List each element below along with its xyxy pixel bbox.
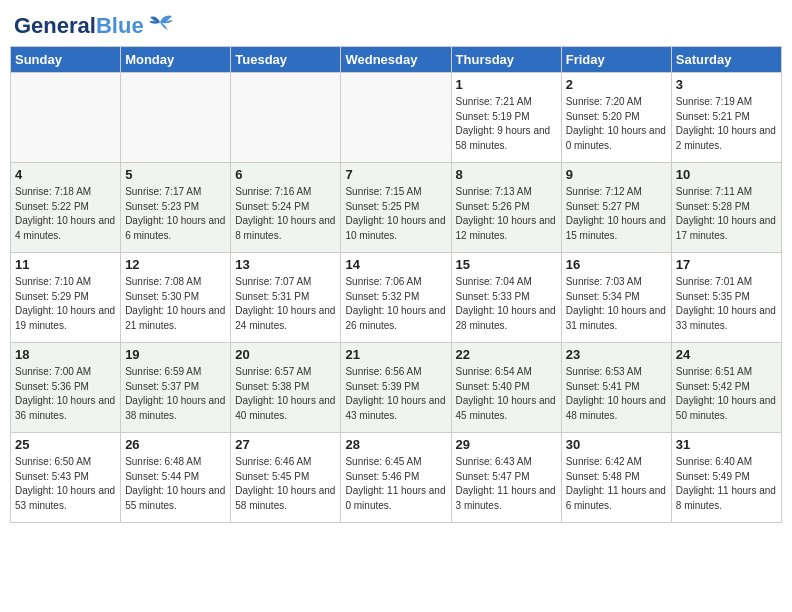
day-number: 23 bbox=[566, 346, 667, 364]
calendar-cell bbox=[11, 73, 121, 163]
weekday-header: Saturday bbox=[671, 47, 781, 73]
day-number: 21 bbox=[345, 346, 446, 364]
weekday-header-row: SundayMondayTuesdayWednesdayThursdayFrid… bbox=[11, 47, 782, 73]
day-info: Sunrise: 7:18 AMSunset: 5:22 PMDaylight:… bbox=[15, 185, 116, 243]
day-info: Sunrise: 6:54 AMSunset: 5:40 PMDaylight:… bbox=[456, 365, 557, 423]
logo: GeneralBlue bbox=[14, 10, 174, 38]
day-number: 18 bbox=[15, 346, 116, 364]
day-info: Sunrise: 6:59 AMSunset: 5:37 PMDaylight:… bbox=[125, 365, 226, 423]
weekday-header: Tuesday bbox=[231, 47, 341, 73]
calendar-cell: 14Sunrise: 7:06 AMSunset: 5:32 PMDayligh… bbox=[341, 253, 451, 343]
day-number: 6 bbox=[235, 166, 336, 184]
day-number: 10 bbox=[676, 166, 777, 184]
day-number: 2 bbox=[566, 76, 667, 94]
calendar-cell: 30Sunrise: 6:42 AMSunset: 5:48 PMDayligh… bbox=[561, 433, 671, 523]
calendar-cell: 27Sunrise: 6:46 AMSunset: 5:45 PMDayligh… bbox=[231, 433, 341, 523]
day-info: Sunrise: 7:06 AMSunset: 5:32 PMDaylight:… bbox=[345, 275, 446, 333]
day-info: Sunrise: 6:45 AMSunset: 5:46 PMDaylight:… bbox=[345, 455, 446, 513]
calendar-cell: 10Sunrise: 7:11 AMSunset: 5:28 PMDayligh… bbox=[671, 163, 781, 253]
day-info: Sunrise: 7:20 AMSunset: 5:20 PMDaylight:… bbox=[566, 95, 667, 153]
calendar-week-row: 11Sunrise: 7:10 AMSunset: 5:29 PMDayligh… bbox=[11, 253, 782, 343]
calendar-cell: 15Sunrise: 7:04 AMSunset: 5:33 PMDayligh… bbox=[451, 253, 561, 343]
day-info: Sunrise: 7:11 AMSunset: 5:28 PMDaylight:… bbox=[676, 185, 777, 243]
calendar-cell: 1Sunrise: 7:21 AMSunset: 5:19 PMDaylight… bbox=[451, 73, 561, 163]
day-info: Sunrise: 7:01 AMSunset: 5:35 PMDaylight:… bbox=[676, 275, 777, 333]
day-info: Sunrise: 6:50 AMSunset: 5:43 PMDaylight:… bbox=[15, 455, 116, 513]
day-number: 20 bbox=[235, 346, 336, 364]
day-info: Sunrise: 6:51 AMSunset: 5:42 PMDaylight:… bbox=[676, 365, 777, 423]
calendar-week-row: 4Sunrise: 7:18 AMSunset: 5:22 PMDaylight… bbox=[11, 163, 782, 253]
day-info: Sunrise: 7:03 AMSunset: 5:34 PMDaylight:… bbox=[566, 275, 667, 333]
calendar-week-row: 25Sunrise: 6:50 AMSunset: 5:43 PMDayligh… bbox=[11, 433, 782, 523]
calendar-cell: 22Sunrise: 6:54 AMSunset: 5:40 PMDayligh… bbox=[451, 343, 561, 433]
day-info: Sunrise: 6:43 AMSunset: 5:47 PMDaylight:… bbox=[456, 455, 557, 513]
day-info: Sunrise: 7:00 AMSunset: 5:36 PMDaylight:… bbox=[15, 365, 116, 423]
day-number: 19 bbox=[125, 346, 226, 364]
calendar-cell: 9Sunrise: 7:12 AMSunset: 5:27 PMDaylight… bbox=[561, 163, 671, 253]
day-info: Sunrise: 7:15 AMSunset: 5:25 PMDaylight:… bbox=[345, 185, 446, 243]
day-info: Sunrise: 6:42 AMSunset: 5:48 PMDaylight:… bbox=[566, 455, 667, 513]
day-number: 13 bbox=[235, 256, 336, 274]
day-number: 28 bbox=[345, 436, 446, 454]
calendar-cell: 7Sunrise: 7:15 AMSunset: 5:25 PMDaylight… bbox=[341, 163, 451, 253]
calendar-cell: 13Sunrise: 7:07 AMSunset: 5:31 PMDayligh… bbox=[231, 253, 341, 343]
calendar-cell: 11Sunrise: 7:10 AMSunset: 5:29 PMDayligh… bbox=[11, 253, 121, 343]
day-number: 3 bbox=[676, 76, 777, 94]
calendar-cell: 28Sunrise: 6:45 AMSunset: 5:46 PMDayligh… bbox=[341, 433, 451, 523]
day-info: Sunrise: 7:16 AMSunset: 5:24 PMDaylight:… bbox=[235, 185, 336, 243]
weekday-header: Thursday bbox=[451, 47, 561, 73]
calendar-cell bbox=[341, 73, 451, 163]
calendar-cell: 2Sunrise: 7:20 AMSunset: 5:20 PMDaylight… bbox=[561, 73, 671, 163]
calendar-cell bbox=[121, 73, 231, 163]
day-number: 1 bbox=[456, 76, 557, 94]
day-info: Sunrise: 7:10 AMSunset: 5:29 PMDaylight:… bbox=[15, 275, 116, 333]
calendar-cell: 3Sunrise: 7:19 AMSunset: 5:21 PMDaylight… bbox=[671, 73, 781, 163]
calendar-cell: 6Sunrise: 7:16 AMSunset: 5:24 PMDaylight… bbox=[231, 163, 341, 253]
day-info: Sunrise: 6:40 AMSunset: 5:49 PMDaylight:… bbox=[676, 455, 777, 513]
day-info: Sunrise: 6:56 AMSunset: 5:39 PMDaylight:… bbox=[345, 365, 446, 423]
day-info: Sunrise: 7:07 AMSunset: 5:31 PMDaylight:… bbox=[235, 275, 336, 333]
day-info: Sunrise: 7:17 AMSunset: 5:23 PMDaylight:… bbox=[125, 185, 226, 243]
day-number: 14 bbox=[345, 256, 446, 274]
day-number: 12 bbox=[125, 256, 226, 274]
day-number: 11 bbox=[15, 256, 116, 274]
day-number: 29 bbox=[456, 436, 557, 454]
day-info: Sunrise: 7:12 AMSunset: 5:27 PMDaylight:… bbox=[566, 185, 667, 243]
day-info: Sunrise: 7:04 AMSunset: 5:33 PMDaylight:… bbox=[456, 275, 557, 333]
day-number: 15 bbox=[456, 256, 557, 274]
day-info: Sunrise: 6:48 AMSunset: 5:44 PMDaylight:… bbox=[125, 455, 226, 513]
day-info: Sunrise: 6:46 AMSunset: 5:45 PMDaylight:… bbox=[235, 455, 336, 513]
weekday-header: Wednesday bbox=[341, 47, 451, 73]
day-number: 27 bbox=[235, 436, 336, 454]
calendar-cell: 23Sunrise: 6:53 AMSunset: 5:41 PMDayligh… bbox=[561, 343, 671, 433]
calendar-cell: 17Sunrise: 7:01 AMSunset: 5:35 PMDayligh… bbox=[671, 253, 781, 343]
calendar-cell: 5Sunrise: 7:17 AMSunset: 5:23 PMDaylight… bbox=[121, 163, 231, 253]
day-info: Sunrise: 7:21 AMSunset: 5:19 PMDaylight:… bbox=[456, 95, 557, 153]
day-info: Sunrise: 6:53 AMSunset: 5:41 PMDaylight:… bbox=[566, 365, 667, 423]
weekday-header: Monday bbox=[121, 47, 231, 73]
day-number: 25 bbox=[15, 436, 116, 454]
calendar-cell: 25Sunrise: 6:50 AMSunset: 5:43 PMDayligh… bbox=[11, 433, 121, 523]
calendar-cell: 26Sunrise: 6:48 AMSunset: 5:44 PMDayligh… bbox=[121, 433, 231, 523]
calendar: SundayMondayTuesdayWednesdayThursdayFrid… bbox=[10, 46, 782, 523]
calendar-cell: 24Sunrise: 6:51 AMSunset: 5:42 PMDayligh… bbox=[671, 343, 781, 433]
day-number: 16 bbox=[566, 256, 667, 274]
bird-icon bbox=[146, 12, 174, 34]
calendar-cell: 20Sunrise: 6:57 AMSunset: 5:38 PMDayligh… bbox=[231, 343, 341, 433]
day-info: Sunrise: 7:08 AMSunset: 5:30 PMDaylight:… bbox=[125, 275, 226, 333]
day-number: 8 bbox=[456, 166, 557, 184]
calendar-cell: 29Sunrise: 6:43 AMSunset: 5:47 PMDayligh… bbox=[451, 433, 561, 523]
day-number: 4 bbox=[15, 166, 116, 184]
day-number: 30 bbox=[566, 436, 667, 454]
header: GeneralBlue bbox=[10, 10, 782, 38]
calendar-week-row: 18Sunrise: 7:00 AMSunset: 5:36 PMDayligh… bbox=[11, 343, 782, 433]
calendar-cell: 18Sunrise: 7:00 AMSunset: 5:36 PMDayligh… bbox=[11, 343, 121, 433]
calendar-week-row: 1Sunrise: 7:21 AMSunset: 5:19 PMDaylight… bbox=[11, 73, 782, 163]
calendar-cell: 16Sunrise: 7:03 AMSunset: 5:34 PMDayligh… bbox=[561, 253, 671, 343]
day-number: 22 bbox=[456, 346, 557, 364]
day-info: Sunrise: 6:57 AMSunset: 5:38 PMDaylight:… bbox=[235, 365, 336, 423]
day-number: 17 bbox=[676, 256, 777, 274]
day-number: 24 bbox=[676, 346, 777, 364]
day-info: Sunrise: 7:13 AMSunset: 5:26 PMDaylight:… bbox=[456, 185, 557, 243]
calendar-cell bbox=[231, 73, 341, 163]
